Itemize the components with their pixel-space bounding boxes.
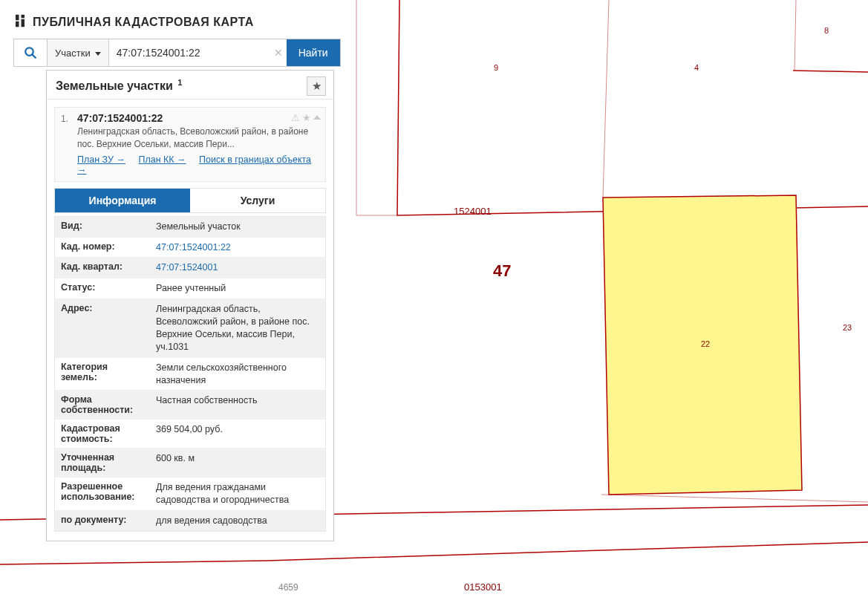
table-row: Адрес: Ленинградская область, Всеволожск… [55,299,325,357]
star-icon[interactable]: ★ [302,112,311,123]
item-number: 1. [61,114,68,124]
detail-tabs: Информация Услуги [54,188,326,213]
panel-count: 1 [177,78,182,87]
plan-kk-link[interactable]: План КК → [138,154,186,165]
clear-icon[interactable]: ✕ [270,39,287,66]
object-type-select[interactable]: Участки [47,39,108,66]
cad-number-link[interactable]: 47:07:1524001:22 [150,238,325,258]
search-icon[interactable] [14,39,47,66]
table-row: Категория земель: Земли сельскохозяйстве… [55,357,325,391]
svg-point-5 [25,48,33,56]
svg-line-4 [601,495,868,502]
favorite-button[interactable]: ★ [307,76,326,96]
table-row: Кад. квартал: 47:07:1524001 [55,257,325,278]
object-type-label: Участки [55,48,91,59]
quarter-top-label: 1524001 [454,206,492,217]
table-row: Форма собственности: Частная собственнос… [55,390,325,419]
parcel-9-label: 9 [494,63,498,72]
parcel-22-label: 22 [701,339,710,348]
panel-title: Земельные участки [56,79,173,92]
table-row: по документу: для ведения садоводства [55,510,325,531]
svg-line-2 [794,0,796,71]
plan-zu-link[interactable]: План ЗУ → [77,154,125,165]
property-table: Вид: Земельный участок Кад. номер: 47:07… [54,216,326,532]
region-label: 47 [493,261,511,280]
chevron-up-icon[interactable] [313,115,321,120]
table-row: Кадастровая стоимость: 369 504,00 руб. [55,419,325,448]
parcel-8-label: 8 [824,26,829,35]
table-row: Уточненная площадь: 600 кв. м [55,448,325,477]
parcel-23-label: 23 [843,323,852,332]
app-header: ПУБЛИЧНАЯ КАДАСТРОВАЯ КАРТА [13,13,254,31]
item-cadastral-id: 47:07:1524001:22 [77,112,319,124]
parcel-4659-label: 4659 [278,582,298,593]
table-row: Вид: Земельный участок [55,217,325,237]
info-panel: Земельные участки 1 ★ 1. ⚠ ★ 47:07:15240… [46,70,334,541]
table-row: Кад. номер: 47:07:1524001:22 [55,237,325,258]
warning-icon[interactable]: ⚠ [291,112,300,123]
quarter-bottom-label: 0153001 [464,581,502,593]
star-icon: ★ [312,79,322,93]
tab-services[interactable]: Услуги [190,189,325,212]
svg-line-1 [603,0,609,198]
svg-line-6 [32,54,36,58]
table-row: Разрешенное использование: Для ведения г… [55,477,325,510]
item-address: Ленинградская область, Всеволожский райо… [77,126,319,149]
table-row: Статус: Ранее учтенный [55,278,325,299]
app-title: ПУБЛИЧНАЯ КАДАСТРОВАЯ КАРТА [33,16,254,29]
tab-info[interactable]: Информация [55,189,190,212]
caret-down-icon [94,48,101,59]
result-item[interactable]: 1. ⚠ ★ 47:07:1524001:22 Ленинградская об… [54,107,326,181]
logo-icon [13,13,27,31]
cad-quarter-link[interactable]: 47:07:1524001 [150,258,325,278]
panel-header: Земельные участки 1 ★ [47,71,333,100]
parcel-4-label: 4 [694,63,699,72]
search-input[interactable] [108,39,287,66]
find-button[interactable]: Найти [287,39,340,66]
search-bar: Участки ✕ Найти [13,39,341,67]
